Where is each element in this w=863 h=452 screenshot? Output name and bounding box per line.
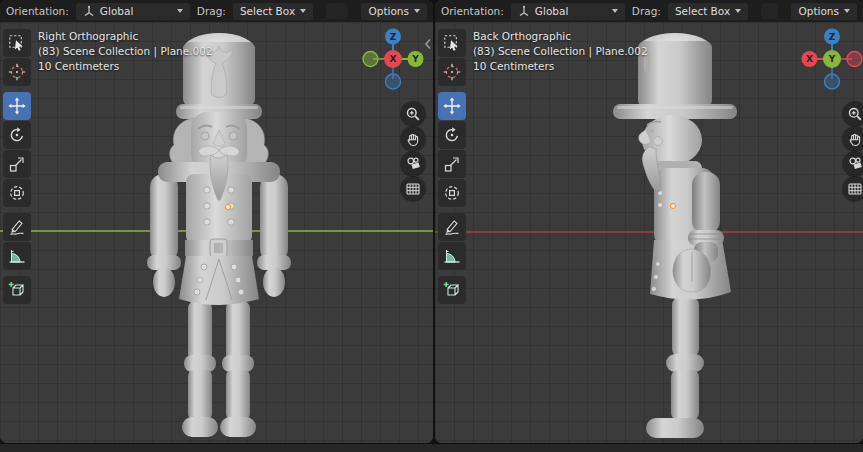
object-origin-dot xyxy=(225,204,231,210)
gizmo-y-label: Y xyxy=(828,54,836,64)
grid-projection-icon xyxy=(405,181,421,197)
3d-cursor-icon xyxy=(443,63,461,81)
nutcracker-model-front[interactable] xyxy=(140,28,300,443)
pan-button[interactable] xyxy=(842,126,863,152)
view-navigation-gizmo[interactable]: Z Y X xyxy=(361,27,425,91)
move-icon xyxy=(8,97,26,115)
drag-label: Drag: xyxy=(197,5,226,17)
transform-tool-button[interactable] xyxy=(438,179,466,207)
measure-protractor-icon xyxy=(443,247,461,265)
camera-icon xyxy=(405,156,421,172)
annotate-tool-button[interactable] xyxy=(438,213,466,241)
zoom-button[interactable] xyxy=(400,101,426,127)
gizmo-z-negative[interactable] xyxy=(825,74,840,89)
header-spacer-plate xyxy=(761,3,778,19)
orientation-label: Orientation: xyxy=(6,5,69,17)
view-navigation-gizmo[interactable]: Z X Y xyxy=(800,27,863,91)
orientation-dropdown[interactable]: Global xyxy=(511,3,625,20)
camera-view-button[interactable] xyxy=(842,151,863,177)
orientation-dropdown[interactable]: Global xyxy=(76,3,190,20)
add-cube-tool-button[interactable] xyxy=(438,276,466,304)
annotate-tool-button[interactable] xyxy=(3,213,31,241)
select-box-icon xyxy=(443,34,461,52)
options-button[interactable]: Options xyxy=(791,3,857,20)
gizmo-x-label: X xyxy=(390,54,397,64)
zoom-magnifier-icon xyxy=(847,106,863,122)
sidebar-toggle-chevron[interactable] xyxy=(424,38,432,50)
move-tool-button[interactable] xyxy=(438,92,466,120)
global-orientation-icon xyxy=(83,5,95,17)
chevron-down-icon xyxy=(612,9,618,13)
annotate-pen-icon xyxy=(8,218,26,236)
orientation-value: Global xyxy=(100,5,134,17)
chevron-down-icon xyxy=(844,9,850,13)
rotate-tool-button[interactable] xyxy=(438,121,466,149)
transform-icon xyxy=(8,184,26,202)
move-icon xyxy=(443,97,461,115)
transform-tool-button[interactable] xyxy=(3,179,31,207)
rotate-tool-button[interactable] xyxy=(3,121,31,149)
viewport-header: Orientation: Global Drag: Select Box Opt… xyxy=(0,0,433,22)
tool-shelf xyxy=(438,29,466,304)
pan-hand-icon xyxy=(405,131,421,147)
window-bottom-strip xyxy=(0,443,863,452)
3d-cursor-icon xyxy=(8,63,26,81)
scale-tool-button[interactable] xyxy=(438,150,466,178)
scale-tool-button[interactable] xyxy=(3,150,31,178)
transform-icon xyxy=(443,184,461,202)
add-cube-tool-button[interactable] xyxy=(3,276,31,304)
drag-label: Drag: xyxy=(632,5,661,17)
rotate-icon xyxy=(8,126,26,144)
drag-value: Select Box xyxy=(675,5,730,17)
viewport-nav-controls xyxy=(842,101,863,201)
move-tool-button[interactable] xyxy=(3,92,31,120)
global-orientation-icon xyxy=(518,5,530,17)
viewport-canvas[interactable]: Right Orthographic (83) Scene Collection… xyxy=(0,22,433,443)
gizmo-x-label: X xyxy=(806,54,813,64)
scale-icon xyxy=(443,155,461,173)
add-cube-icon xyxy=(8,281,26,299)
camera-view-button[interactable] xyxy=(400,151,426,177)
object-origin-dot xyxy=(670,203,676,209)
select-box-tool-button[interactable] xyxy=(438,29,466,57)
gizmo-z-label: Z xyxy=(390,32,397,42)
annotate-pen-icon xyxy=(443,218,461,236)
gizmo-x-negative[interactable] xyxy=(847,52,862,67)
gizmo-y-negative[interactable] xyxy=(363,52,378,67)
projection-toggle-button[interactable] xyxy=(842,176,863,202)
viewport-header: Orientation: Global Drag: Select Box Opt… xyxy=(435,0,863,22)
orientation-label: Orientation: xyxy=(441,5,504,17)
grid-projection-icon xyxy=(847,181,863,197)
viewport-canvas[interactable]: Back Orthographic (83) Scene Collection … xyxy=(435,22,863,443)
chevron-down-icon xyxy=(414,9,420,13)
projection-toggle-button[interactable] xyxy=(400,176,426,202)
cursor-tool-button[interactable] xyxy=(438,58,466,86)
measure-tool-button[interactable] xyxy=(438,242,466,270)
rotate-icon xyxy=(443,126,461,144)
drag-dropdown[interactable]: Select Box xyxy=(668,3,748,20)
viewport-right-orthographic[interactable]: Orientation: Global Drag: Select Box Opt… xyxy=(0,0,433,443)
pan-button[interactable] xyxy=(400,126,426,152)
options-button[interactable]: Options xyxy=(361,3,427,20)
select-box-icon xyxy=(8,34,26,52)
tool-shelf xyxy=(3,29,31,304)
zoom-button[interactable] xyxy=(842,101,863,127)
viewport-back-orthographic[interactable]: Orientation: Global Drag: Select Box Opt… xyxy=(435,0,863,443)
select-box-tool-button[interactable] xyxy=(3,29,31,57)
orientation-value: Global xyxy=(535,5,569,17)
drag-value: Select Box xyxy=(240,5,295,17)
chevron-down-icon xyxy=(300,9,306,13)
header-spacer-plate xyxy=(326,3,348,19)
chevron-down-icon xyxy=(735,9,741,13)
camera-icon xyxy=(847,156,863,172)
chevron-down-icon xyxy=(177,9,183,13)
cursor-tool-button[interactable] xyxy=(3,58,31,86)
nutcracker-model-side[interactable] xyxy=(600,28,750,443)
drag-dropdown[interactable]: Select Box xyxy=(233,3,313,20)
add-cube-icon xyxy=(443,281,461,299)
gizmo-z-label: Z xyxy=(829,32,836,42)
measure-tool-button[interactable] xyxy=(3,242,31,270)
measure-protractor-icon xyxy=(8,247,26,265)
zoom-magnifier-icon xyxy=(405,106,421,122)
gizmo-z-negative[interactable] xyxy=(386,74,401,89)
